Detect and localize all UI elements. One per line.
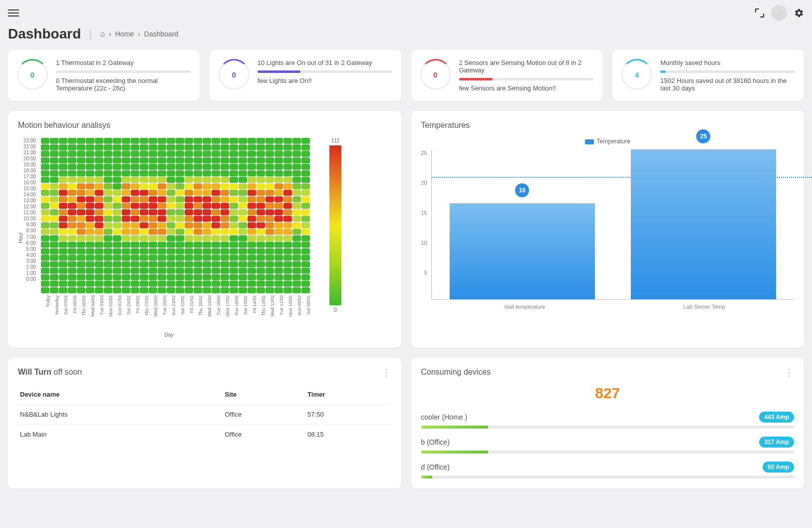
temperatures-card: Temperatures Temperature 252015105 20.5▶… xyxy=(411,111,805,348)
heatmap-x-tick: Yesterday xyxy=(54,295,63,330)
heatmap-cell xyxy=(86,242,94,248)
heatmap-cell xyxy=(221,248,229,254)
device-label: d (Office) xyxy=(421,463,450,471)
heatmap-cell xyxy=(95,177,103,183)
heatmap-cell xyxy=(274,170,283,176)
heatmap-cell xyxy=(149,235,157,241)
heatmap-cell xyxy=(149,177,157,183)
settings-icon[interactable] xyxy=(794,8,804,18)
heatmap-cell xyxy=(41,190,49,196)
heatmap-cell xyxy=(292,170,301,176)
heatmap-cell xyxy=(274,203,283,209)
heatmap-cell xyxy=(292,235,301,241)
heatmap-cell xyxy=(230,196,238,202)
heatmap-cell xyxy=(239,248,247,254)
card-menu-icon[interactable]: ⋮ xyxy=(381,370,391,375)
heatmap-cell xyxy=(203,177,211,183)
heatmap-cell xyxy=(257,242,265,248)
heatmap-cell xyxy=(158,183,166,189)
heatmap-cell xyxy=(140,138,148,144)
heatmap-cell xyxy=(167,177,175,183)
heatmap-cell xyxy=(176,190,184,196)
heatmap-cell xyxy=(68,209,76,215)
heatmap-cell xyxy=(68,229,76,235)
heatmap-cell xyxy=(176,203,184,209)
heatmap-cell xyxy=(68,281,76,287)
heatmap-cell xyxy=(292,248,301,254)
heatmap-cell xyxy=(149,261,157,267)
heatmap-cell xyxy=(266,229,274,235)
heatmap-cell xyxy=(248,274,256,280)
heatmap-cell xyxy=(301,248,310,254)
heatmap-cell xyxy=(292,196,301,202)
heatmap-cell xyxy=(283,216,292,222)
heatmap-cell xyxy=(274,196,283,202)
heatmap-cell xyxy=(86,261,94,267)
heatmap-cell xyxy=(77,164,85,170)
heatmap-cell xyxy=(104,157,112,163)
heatmap-cell xyxy=(131,287,139,293)
heatmap-cell xyxy=(266,164,274,170)
heatmap-x-tick: Wed 12/02 xyxy=(270,295,278,330)
heatmap-y-tick: 21:00 xyxy=(23,150,36,155)
heatmap-cell xyxy=(104,235,112,241)
heatmap-cell xyxy=(194,287,202,293)
heatmap-x-tick: Thu 13/02 xyxy=(261,295,270,330)
home-icon[interactable]: ⌂ xyxy=(100,29,105,38)
heatmap-cell xyxy=(68,151,76,157)
device-row: cooler (Home ) 443 Amp xyxy=(421,412,795,423)
heatmap-x-tick: Sat 15/02 xyxy=(243,295,252,330)
fullscreen-icon[interactable] xyxy=(755,8,764,17)
heatmap-y-tick: 15:00 xyxy=(23,186,36,191)
breadcrumb-home[interactable]: Home xyxy=(115,30,134,38)
heatmap-cell xyxy=(140,203,148,209)
heatmap-cell xyxy=(131,170,139,176)
menu-button[interactable] xyxy=(8,9,19,16)
heatmap-cell xyxy=(203,216,211,222)
stat-line1: 10 Lights are On out of 31 in 2 Gateway xyxy=(258,59,392,66)
heatmap-cell xyxy=(257,177,265,183)
table-row: Lab MainOffice08:15 xyxy=(18,425,391,445)
heatmap-cell xyxy=(122,177,130,183)
heatmap-cell xyxy=(221,255,229,261)
heatmap-cell xyxy=(167,261,175,267)
heatmap-cell xyxy=(274,287,283,293)
heatmap-cell xyxy=(167,235,175,241)
heatmap-cell xyxy=(167,203,175,209)
heatmap-cell xyxy=(266,196,274,202)
heatmap-cell xyxy=(149,196,157,202)
heatmap-cell xyxy=(86,183,94,189)
heatmap-cell xyxy=(266,209,274,215)
heatmap-cell xyxy=(113,144,121,150)
heatmap-cell xyxy=(283,170,292,176)
heatmap-cell xyxy=(283,229,292,235)
heatmap-x-tick: Sun 23/02 xyxy=(171,295,180,330)
heatmap-cell xyxy=(158,287,166,293)
heatmap-y-tick: 8:00 xyxy=(26,228,36,233)
heatmap-cell xyxy=(301,222,310,228)
heatmap-cell xyxy=(122,144,130,150)
avatar[interactable]: .. xyxy=(771,5,787,21)
heatmap-cell xyxy=(292,157,301,163)
heatmap-cell xyxy=(140,183,148,189)
heatmap-cell xyxy=(113,157,121,163)
heatmap-cell xyxy=(131,209,139,215)
heatmap-cell xyxy=(95,138,103,144)
heatmap-cell xyxy=(292,177,301,183)
heatmap-cell xyxy=(221,268,229,274)
heatmap-cell xyxy=(68,268,76,274)
heatmap-cell xyxy=(149,248,157,254)
card-menu-icon[interactable]: ⋮ xyxy=(784,370,794,375)
heatmap-cell xyxy=(77,229,85,235)
heatmap-cell xyxy=(113,222,121,228)
heatmap-cell xyxy=(122,203,130,209)
heatmap-cell xyxy=(266,281,274,287)
heatmap-cell xyxy=(140,268,148,274)
heatmap-cell xyxy=(122,138,130,144)
heatmap-cell xyxy=(239,255,247,261)
cell-timer: 08:15 xyxy=(305,425,391,445)
heatmap-cell xyxy=(221,196,229,202)
heatmap-cell xyxy=(149,242,157,248)
heatmap-cell xyxy=(266,144,274,150)
temp-y-tick: 5 xyxy=(424,270,427,276)
